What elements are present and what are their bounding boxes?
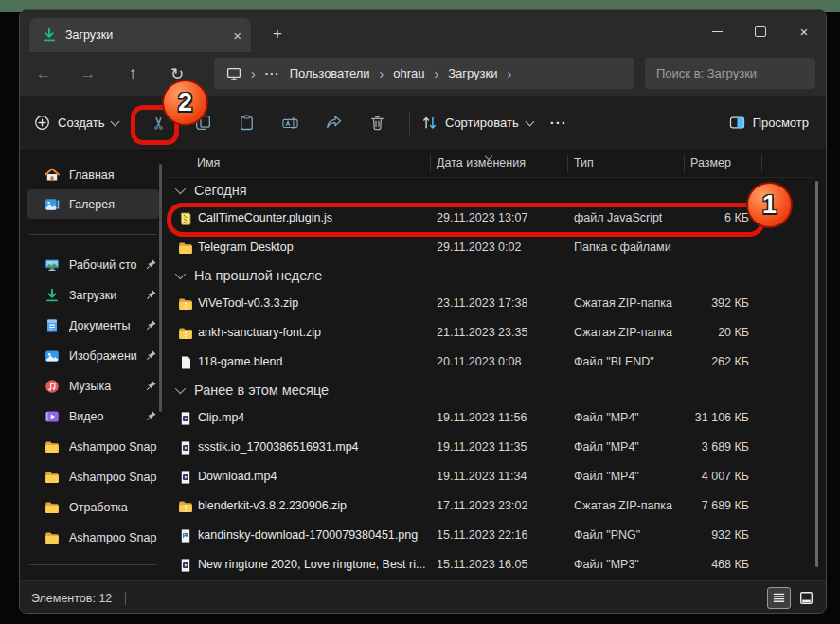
screen: Загрузки × + × ← → ↑ ↻ › ··· Пользова bbox=[0, 0, 840, 624]
status-divider bbox=[125, 592, 126, 605]
breadcrumb-item-user[interactable]: ohrau bbox=[393, 66, 424, 80]
pin-icon bbox=[146, 380, 157, 394]
file-row[interactable]: ViVeTool-v0.3.3.zip23.11.2023 17:38Сжата… bbox=[167, 289, 826, 318]
file-row[interactable]: New ringtone 2020, Love ringtone, Best r… bbox=[167, 550, 826, 579]
pictures-icon bbox=[44, 348, 60, 365]
sidebar-item-label: Отработка bbox=[69, 501, 159, 514]
gallery-icon bbox=[44, 196, 60, 212]
file-date: 29.11.2023 0:02 bbox=[437, 241, 569, 254]
minimize-icon bbox=[712, 31, 723, 32]
file-row[interactable]: ssstik.io_1700386516931.mp419.11.2023 11… bbox=[167, 433, 826, 462]
sidebar-item-ashampoo-snap-2[interactable]: Ashampoo Snap bbox=[27, 462, 159, 492]
status-bar: Элементов: 12 bbox=[20, 580, 826, 614]
file-icon-media bbox=[177, 410, 193, 426]
sidebar-item-otrabotka[interactable]: Отработка bbox=[27, 492, 159, 523]
paste-icon bbox=[239, 115, 255, 131]
sidebar-divider bbox=[29, 234, 157, 235]
sidebar-item-videos[interactable]: Видео bbox=[27, 401, 159, 432]
tab-close-icon[interactable]: × bbox=[233, 28, 241, 43]
share-button[interactable] bbox=[313, 104, 354, 142]
column-header-name[interactable]: Имя bbox=[197, 156, 220, 169]
new-tab-button[interactable]: + bbox=[264, 22, 291, 46]
chevron-down-icon bbox=[175, 383, 186, 394]
column-separator[interactable] bbox=[430, 155, 431, 172]
file-date: 20.11.2023 0:08 bbox=[437, 355, 569, 368]
sidebar-item-gallery[interactable]: Галерея bbox=[27, 189, 159, 219]
sort-button[interactable]: Сортировать bbox=[421, 115, 533, 131]
file-row[interactable]: 118-game.blend20.11.2023 0:08Файл "BLEND… bbox=[167, 348, 826, 377]
file-icon-media bbox=[177, 469, 193, 485]
group-header[interactable]: На прошлой неделе bbox=[167, 262, 826, 289]
view-button[interactable]: Просмотр bbox=[729, 115, 809, 131]
sort-arrows-icon bbox=[421, 115, 438, 131]
pin-icon bbox=[146, 319, 157, 333]
thumbnails-view-icon bbox=[798, 590, 814, 606]
tab-downloads[interactable]: Загрузки × bbox=[29, 18, 251, 52]
download-icon bbox=[41, 27, 57, 44]
sidebar-divider bbox=[29, 564, 157, 565]
file-size: 392 КБ bbox=[657, 296, 749, 310]
sidebar-item-pictures[interactable]: Изображени bbox=[27, 341, 159, 371]
sidebar: ГлавнаяГалереяРабочий стоЗагрузкиДокумен… bbox=[20, 151, 167, 580]
pin-icon bbox=[146, 410, 157, 424]
file-name: ssstik.io_1700386516931.mp4 bbox=[198, 440, 433, 454]
file-date: 19.11.2023 11:56 bbox=[437, 411, 569, 424]
group-header[interactable]: Ранее в этом месяце bbox=[167, 377, 826, 403]
group-label: Сегодня bbox=[194, 183, 247, 198]
file-date: 19.11.2023 11:35 bbox=[437, 440, 569, 454]
breadcrumb-ellipsis[interactable]: ··· bbox=[265, 66, 280, 80]
chevron-down-icon bbox=[525, 116, 534, 126]
sidebar-item-desktop[interactable]: Рабочий сто bbox=[27, 250, 159, 280]
create-button[interactable]: Создать bbox=[34, 115, 138, 131]
group-header[interactable]: Сегодня bbox=[167, 177, 826, 204]
column-header-date[interactable]: Дата изменения bbox=[437, 156, 526, 169]
sidebar-item-downloads[interactable]: Загрузки bbox=[27, 280, 159, 311]
delete-button[interactable] bbox=[356, 104, 398, 142]
preview-pane-icon bbox=[729, 115, 745, 131]
details-view-icon bbox=[771, 590, 787, 606]
sidebar-item-documents[interactable]: Документы bbox=[27, 311, 159, 341]
search-input[interactable] bbox=[645, 66, 815, 80]
file-row[interactable]: ankh-sanctuary-font.zip21.11.2023 23:35С… bbox=[167, 318, 826, 348]
more-options-button[interactable]: ··· bbox=[550, 115, 567, 131]
file-row[interactable]: blenderkit-v3.8.2.230906.zip17.11.2023 2… bbox=[167, 491, 826, 521]
minimize-button[interactable] bbox=[695, 10, 739, 52]
sidebar-scrollbar[interactable] bbox=[159, 164, 162, 412]
breadcrumb-item-users[interactable]: Пользователи bbox=[290, 66, 370, 80]
close-button[interactable]: × bbox=[782, 10, 826, 52]
thumbnails-view-button[interactable] bbox=[795, 587, 818, 609]
sidebar-item-ashampoo-snap-3[interactable]: Ashampoo Snap bbox=[27, 523, 159, 553]
maximize-button[interactable] bbox=[739, 10, 782, 52]
file-row[interactable]: Download.mp419.11.2023 11:34Файл "MP4"4 … bbox=[167, 462, 826, 491]
column-separator[interactable] bbox=[567, 155, 568, 172]
back-button[interactable]: ← bbox=[27, 58, 60, 90]
rename-button[interactable] bbox=[269, 104, 311, 142]
window-controls: × bbox=[695, 10, 826, 52]
details-view-button[interactable] bbox=[767, 587, 791, 609]
file-size: 7 689 КБ bbox=[657, 499, 749, 512]
list-scrollbar[interactable] bbox=[815, 181, 818, 567]
sidebar-item-home[interactable]: Главная bbox=[27, 160, 159, 189]
sidebar-item-music[interactable]: Музыка bbox=[27, 371, 159, 401]
sidebar-item-label: Ashampoo Snap bbox=[69, 531, 159, 544]
paste-button[interactable] bbox=[225, 104, 267, 142]
file-row[interactable]: kandinsky-download-1700079380451.png15.1… bbox=[167, 521, 826, 550]
up-button[interactable]: ↑ bbox=[116, 58, 149, 90]
column-header-type[interactable]: Тип bbox=[574, 156, 594, 169]
file-date: 23.11.2023 17:38 bbox=[437, 296, 569, 310]
video-icon bbox=[44, 409, 60, 425]
chevron-down-icon bbox=[175, 184, 186, 194]
breadcrumb[interactable]: › ··· Пользователи › ohrau › Загрузки › bbox=[214, 58, 634, 89]
column-separator[interactable] bbox=[684, 155, 685, 172]
breadcrumb-item-downloads[interactable]: Загрузки bbox=[448, 66, 497, 80]
sidebar-item-ashampoo-snap-1[interactable]: Ashampoo Snap bbox=[27, 432, 159, 462]
chevron-down-icon bbox=[175, 269, 186, 279]
column-header-size[interactable]: Размер bbox=[690, 156, 731, 169]
file-row[interactable]: Clip.mp419.11.2023 11:56Файл "MP4"31 106… bbox=[167, 403, 826, 433]
column-separator[interactable] bbox=[761, 155, 762, 172]
navigation-bar: ← → ↑ ↻ › ··· Пользователи › ohrau › Заг… bbox=[20, 52, 826, 96]
file-row[interactable]: Telegram Desktop29.11.2023 0:02Папка с ф… bbox=[167, 233, 826, 262]
highlight-rect-file-row bbox=[167, 203, 765, 237]
forward-button[interactable]: → bbox=[72, 58, 104, 90]
file-date: 21.11.2023 23:35 bbox=[437, 326, 569, 339]
